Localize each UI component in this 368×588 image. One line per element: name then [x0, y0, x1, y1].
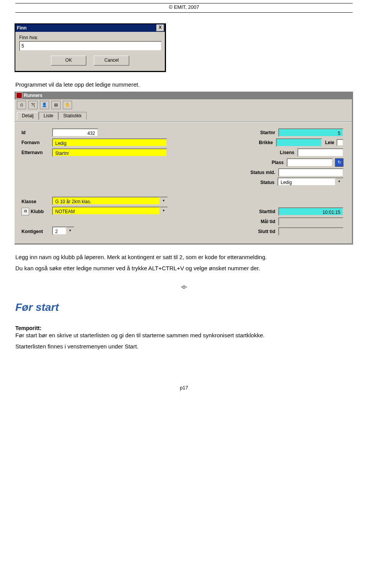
tab-statistikk[interactable]: Statistikk: [58, 112, 87, 120]
dropdown-status-value: Ledig: [278, 177, 336, 186]
dropdown-klubb-value: NOTEAM: [52, 207, 160, 215]
tab-liste[interactable]: Liste: [39, 112, 58, 120]
section-heading: Før start: [15, 301, 353, 314]
label-klasse: Klasse: [21, 199, 52, 204]
dropdown-klubb[interactable]: NOTEAM ▼: [52, 207, 168, 217]
label-slutttid: Slutt tid: [241, 229, 278, 234]
klubb-icon[interactable]: ⧉: [21, 208, 29, 215]
dropdown-status[interactable]: Ledig ▼: [278, 177, 343, 187]
field-lisens[interactable]: [297, 148, 343, 157]
label-etternavn: Etternavn: [21, 150, 52, 155]
finn-label: Finn hva:: [19, 35, 161, 40]
label-brikke: Brikke: [238, 140, 276, 145]
paragraph-2: Legg inn navn og klubb på løperen. Merk …: [15, 253, 353, 261]
paragraph-1: Programmet vil da lete opp det ledige nu…: [15, 80, 353, 89]
label-starttid: Starttid: [241, 209, 278, 214]
label-startnr: Startnr: [241, 130, 278, 135]
field-id[interactable]: 432: [52, 128, 98, 137]
field-maltid[interactable]: [278, 217, 343, 226]
label-klubb: Klubb: [31, 209, 52, 214]
checkbox-leie[interactable]: [337, 139, 343, 146]
label-lisens: Lisens: [260, 150, 297, 155]
chevron-down-icon[interactable]: ▼: [336, 177, 343, 187]
chevron-down-icon[interactable]: ▼: [160, 207, 168, 217]
runners-window: Runners ⎙ ?{ 👤 ▤ ✋ Detalj Liste Statisti…: [15, 92, 353, 245]
label-plass: Plass: [249, 160, 287, 165]
label-id: Id: [21, 130, 52, 135]
finn-dialog: Finn X Finn hva: 5 OK Cancel: [15, 23, 166, 72]
toolbar-person-icon[interactable]: 👤: [40, 101, 49, 109]
paragraph-5: Starterlisten finnes i venstremenyen und…: [15, 342, 353, 350]
dropdown-klasse[interactable]: G 10 år 2km klas. ▼: [52, 197, 168, 207]
label-statusmld: Status mld.: [241, 170, 278, 175]
paragraph-4: Før start bør en skrive ut starterlisten…: [15, 331, 353, 339]
label-fornavn: Fornavn: [21, 140, 52, 145]
field-slutttid[interactable]: [278, 227, 343, 236]
dropdown-klasse-value: G 10 år 2km klas.: [52, 197, 160, 205]
field-starttid[interactable]: 10:01:15: [278, 207, 343, 216]
field-etternavn[interactable]: Startnr: [52, 148, 167, 157]
field-startnr[interactable]: 5: [278, 128, 343, 137]
field-brikke[interactable]: [276, 138, 322, 147]
field-fornavn[interactable]: Ledig: [52, 138, 167, 147]
label-kontigent: Kontigent: [21, 229, 52, 234]
toolbar-print-icon[interactable]: ⎙: [17, 101, 26, 109]
finn-input[interactable]: 5: [19, 41, 162, 51]
field-statusmld[interactable]: [278, 168, 343, 177]
toolbar-query-icon[interactable]: ?{: [28, 101, 38, 109]
tab-detalj[interactable]: Detalj: [17, 112, 39, 120]
label-leie: Leie: [325, 140, 334, 145]
chevron-down-icon[interactable]: ▼: [160, 197, 168, 207]
dialog-title: Finn: [17, 25, 26, 31]
label-status: Status: [240, 180, 278, 185]
page-number: p17: [15, 385, 353, 391]
header-copyright: © EMIT, 2007: [15, 3, 353, 12]
window-icon: [16, 92, 22, 99]
subheading-temporitt: Temporitt:: [15, 325, 353, 331]
cancel-button[interactable]: Cancel: [94, 56, 129, 66]
field-plass[interactable]: [287, 158, 333, 167]
toolbar-hand-icon[interactable]: ✋: [63, 101, 72, 109]
dropdown-kontigent[interactable]: 2 ▼: [52, 227, 74, 237]
dropdown-kontigent-value: 2: [52, 227, 67, 235]
toolbar-sheet-icon[interactable]: ▤: [51, 101, 61, 109]
label-maltid: Mål tid: [241, 219, 278, 224]
refresh-icon[interactable]: ↻: [335, 158, 343, 167]
ok-button[interactable]: OK: [51, 56, 86, 66]
runners-title: Runners: [24, 93, 43, 98]
chevron-down-icon[interactable]: ▼: [67, 227, 74, 237]
close-icon[interactable]: X: [156, 25, 164, 31]
paragraph-3: Du kan også søke etter ledige nummer ved…: [15, 264, 353, 272]
separator: -o-: [15, 284, 353, 290]
